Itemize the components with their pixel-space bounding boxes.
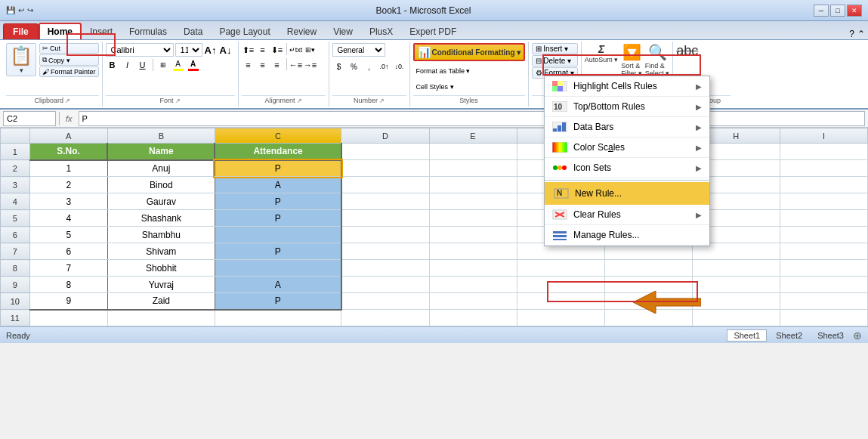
sort-filter-button[interactable]: 🔽 Sort &Filter ▾ [621,43,642,77]
cell-a10[interactable]: 9 [29,293,107,310]
cell-c2[interactable]: P [215,160,341,177]
cell-e6[interactable] [429,227,517,243]
cell-b7[interactable]: Shivam [107,243,215,260]
cell-b11[interactable] [107,310,215,326]
decrease-decimal-button[interactable]: .0↑ [378,60,391,73]
tab-plusx[interactable]: PlusX [361,23,401,39]
row-header-5[interactable]: 5 [1,210,30,227]
alignment-expand-icon[interactable]: ↗ [297,97,302,104]
row-header-8[interactable]: 8 [1,260,30,277]
maximize-button[interactable]: □ [830,5,845,17]
col-header-d[interactable]: D [341,128,429,144]
cell-c5[interactable]: P [215,210,341,227]
tab-data[interactable]: Data [175,23,211,39]
borders-button[interactable]: ⊞ [156,58,170,72]
comma-button[interactable]: , [363,60,376,73]
cell-i1[interactable] [780,144,867,160]
cell-c11[interactable] [215,310,341,326]
copy-button[interactable]: ⧉ Copy ▾ [39,54,99,66]
cell-f10[interactable] [517,293,604,310]
cell-c4[interactable]: P [215,193,341,210]
dropdown-item-databars[interactable]: Data Bars ▶ [545,117,709,138]
cell-d7[interactable] [341,243,429,260]
cell-i5[interactable] [780,210,867,227]
clipboard-expand-icon[interactable]: ↗ [65,97,70,104]
col-header-e[interactable]: E [429,128,517,144]
minimize-button[interactable]: ─ [814,5,829,17]
cell-g11[interactable] [604,310,692,326]
formula-input[interactable] [79,111,865,126]
cell-e4[interactable] [429,193,517,210]
cut-button[interactable]: ✂ Cut [39,43,99,54]
redo-icon[interactable]: ↪ [27,6,33,14]
font-name-select[interactable]: Calibri [106,43,174,57]
dropdown-item-newrule[interactable]: N New Rule... [545,182,709,205]
cell-c7[interactable]: P [215,243,341,260]
font-color-button[interactable]: A [187,58,200,72]
number-expand-icon[interactable]: ↗ [379,97,385,104]
align-right-button[interactable]: ≡ [270,58,284,72]
add-sheet-button[interactable]: ⊕ [853,329,862,342]
cell-a6[interactable]: 5 [29,227,107,243]
tab-insert[interactable]: Insert [82,23,121,39]
accounting-format-button[interactable]: $ [332,60,346,73]
dropdown-item-iconsets[interactable]: Icon Sets ▶ [545,158,709,178]
increase-font-button[interactable]: A↑ [204,43,218,57]
cell-styles-button[interactable]: Cell Styles ▾ [413,80,457,94]
cell-d5[interactable] [341,210,429,227]
cell-e3[interactable] [429,177,517,193]
delete-button[interactable]: ⊟ Delete ▾ [532,55,578,66]
cell-h10[interactable] [692,293,780,310]
cell-d10[interactable] [341,293,429,310]
cell-b5[interactable]: Shashank [107,210,215,227]
cell-i8[interactable] [780,260,867,277]
strikethrough-button[interactable]: abc [676,43,698,59]
row-header-2[interactable]: 2 [1,160,30,177]
conditional-formatting-button[interactable]: 📊 Conditional Formatting ▾ [413,43,525,61]
row-header-4[interactable]: 4 [1,193,30,210]
cell-g10[interactable] [604,293,692,310]
align-middle-button[interactable]: ≡ [256,43,270,57]
cell-b1[interactable]: Name [107,144,215,160]
cell-c6[interactable] [215,227,341,243]
cell-e11[interactable] [429,310,517,326]
find-select-button[interactable]: 🔍 Find &Select ▾ [645,43,670,77]
cell-d1[interactable] [341,144,429,160]
tab-review[interactable]: Review [279,23,325,39]
cell-g8[interactable] [604,260,692,277]
row-header-10[interactable]: 10 [1,293,30,310]
cell-a2[interactable]: 1 [29,160,107,177]
merge-center-button[interactable]: ⊞▾ [304,43,317,57]
cell-i9[interactable] [780,277,867,293]
cell-h8[interactable] [692,260,780,277]
wrap-text-button[interactable]: ↵txt [289,43,303,57]
format-painter-button[interactable]: 🖌 Format Painter [39,66,99,77]
cell-f11[interactable] [517,310,604,326]
cell-e7[interactable] [429,243,517,260]
tab-file[interactable]: File [3,23,39,39]
row-header-6[interactable]: 6 [1,227,30,243]
dropdown-item-colorscales[interactable]: Color Scales ▶ [545,138,709,158]
row-header-3[interactable]: 3 [1,177,30,193]
col-header-a[interactable]: A [29,128,107,144]
col-header-b[interactable]: B [107,128,215,144]
autosum-button[interactable]: Σ AutoSum ▾ [585,43,619,63]
cell-h9[interactable] [692,277,780,293]
cell-d2[interactable] [341,160,429,177]
cell-c10[interactable]: P [215,293,341,310]
cell-b9[interactable]: Yuvraj [107,277,215,293]
cell-d6[interactable] [341,227,429,243]
cell-e8[interactable] [429,260,517,277]
italic-button[interactable]: I [121,58,134,72]
decrease-indent-button[interactable]: ←≡ [289,58,303,72]
cell-a5[interactable]: 4 [29,210,107,227]
percent-button[interactable]: % [348,60,361,73]
cell-i7[interactable] [780,243,867,260]
tab-page-layout[interactable]: Page Layout [211,23,278,39]
cell-d8[interactable] [341,260,429,277]
increase-indent-button[interactable]: →≡ [304,58,317,72]
row-header-11[interactable]: 11 [1,310,30,326]
cell-c8[interactable] [215,260,341,277]
sheet-tab-1[interactable]: Sheet1 [727,329,767,342]
save-icon[interactable]: 💾 [6,6,15,14]
